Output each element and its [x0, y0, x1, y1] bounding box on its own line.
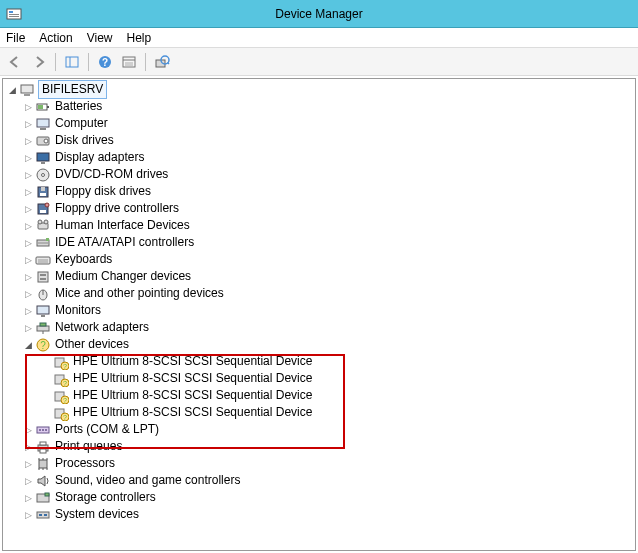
tree-category-label[interactable]: Processors — [54, 455, 115, 472]
expand-arrow-icon[interactable] — [21, 268, 35, 286]
expand-arrow-icon[interactable] — [21, 319, 35, 337]
tree-category[interactable]: IDE ATA/ATAPI controllers — [21, 234, 635, 251]
expand-arrow-icon[interactable] — [21, 506, 35, 524]
tree-device[interactable]: ?HPE Ultrium 8-SCSI SCSI Sequential Devi… — [39, 404, 635, 421]
tree-category-label[interactable]: System devices — [54, 506, 139, 523]
tree-category[interactable]: Display adapters — [21, 149, 635, 166]
collapse-arrow-icon[interactable] — [21, 336, 35, 354]
tree-category-label[interactable]: Floppy disk drives — [54, 183, 151, 200]
svg-rect-44 — [40, 274, 46, 276]
svg-text:?: ? — [63, 414, 67, 421]
device-tree[interactable]: BIFILESRV BatteriesComputerDisk drivesDi… — [2, 78, 636, 551]
expand-arrow-icon[interactable] — [21, 302, 35, 320]
show-hide-console-tree-button[interactable] — [61, 51, 83, 73]
forward-button[interactable] — [28, 51, 50, 73]
tree-category-label[interactable]: Network adapters — [54, 319, 149, 336]
svg-rect-51 — [40, 323, 46, 326]
tree-category-label[interactable]: Human Interface Devices — [54, 217, 190, 234]
expand-arrow-icon[interactable] — [21, 251, 35, 269]
tree-category[interactable]: Processors — [21, 455, 635, 472]
tree-device-label[interactable]: HPE Ultrium 8-SCSI SCSI Sequential Devic… — [72, 353, 312, 370]
battery-icon — [35, 99, 51, 115]
svg-point-35 — [38, 220, 42, 224]
tree-root[interactable]: BIFILESRV BatteriesComputerDisk drivesDi… — [3, 81, 635, 523]
tree-category[interactable]: Monitors — [21, 302, 635, 319]
expand-arrow-icon[interactable] — [21, 455, 35, 473]
menu-file[interactable]: File — [6, 31, 25, 45]
tree-device[interactable]: ?HPE Ultrium 8-SCSI SCSI Sequential Devi… — [39, 387, 635, 404]
tree-category[interactable]: Computer — [21, 115, 635, 132]
tree-device-label[interactable]: HPE Ultrium 8-SCSI SCSI Sequential Devic… — [72, 370, 312, 387]
unknown-icon: ? — [53, 371, 69, 387]
tree-category[interactable]: Human Interface Devices — [21, 217, 635, 234]
menu-help[interactable]: Help — [127, 31, 152, 45]
menu-view[interactable]: View — [87, 31, 113, 45]
tree-category[interactable]: Medium Changer devices — [21, 268, 635, 285]
tree-category[interactable]: Mice and other pointing devices — [21, 285, 635, 302]
expand-arrow-icon[interactable] — [21, 132, 35, 150]
medium-icon — [35, 269, 51, 285]
tree-device[interactable]: ?HPE Ultrium 8-SCSI SCSI Sequential Devi… — [39, 370, 635, 387]
tree-category[interactable]: DVD/CD-ROM drives — [21, 166, 635, 183]
tree-device[interactable]: ?HPE Ultrium 8-SCSI SCSI Sequential Devi… — [39, 353, 635, 370]
tree-category-label[interactable]: Print queues — [54, 438, 122, 455]
tree-root-label[interactable]: BIFILESRV — [38, 80, 107, 99]
toolbar-separator — [88, 53, 89, 71]
tree-device-label[interactable]: HPE Ultrium 8-SCSI SCSI Sequential Devic… — [72, 404, 312, 421]
expand-arrow-icon[interactable] — [21, 98, 35, 116]
expand-arrow-icon[interactable] — [21, 115, 35, 133]
expand-arrow-icon[interactable] — [21, 234, 35, 252]
tree-category-label[interactable]: IDE ATA/ATAPI controllers — [54, 234, 194, 251]
svg-rect-29 — [41, 187, 45, 191]
tree-category-label[interactable]: Ports (COM & LPT) — [54, 421, 159, 438]
tree-category[interactable]: Sound, video and game controllers — [21, 472, 635, 489]
properties-button[interactable] — [118, 51, 140, 73]
tree-category-label[interactable]: Sound, video and game controllers — [54, 472, 240, 489]
expand-arrow-icon[interactable] — [21, 166, 35, 184]
menu-action[interactable]: Action — [39, 31, 72, 45]
tree-category[interactable]: Storage controllers — [21, 489, 635, 506]
tree-category[interactable]: Network adapters — [21, 319, 635, 336]
tree-category[interactable]: Print queues — [21, 438, 635, 455]
tree-category-label[interactable]: Storage controllers — [54, 489, 156, 506]
svg-rect-3 — [9, 16, 19, 17]
scan-hardware-button[interactable] — [151, 51, 173, 73]
expand-arrow-icon[interactable] — [21, 421, 35, 439]
tree-category[interactable]: Keyboards — [21, 251, 635, 268]
expand-arrow-icon[interactable] — [21, 183, 35, 201]
tree-category-label[interactable]: DVD/CD-ROM drives — [54, 166, 168, 183]
ide-icon — [35, 235, 51, 251]
tree-category-label[interactable]: Computer — [54, 115, 108, 132]
tree-category[interactable]: Disk drives — [21, 132, 635, 149]
tree-category[interactable]: Batteries — [21, 98, 635, 115]
tree-category-label[interactable]: Disk drives — [54, 132, 114, 149]
tree-device-label[interactable]: HPE Ultrium 8-SCSI SCSI Sequential Devic… — [72, 387, 312, 404]
tree-category[interactable]: System devices — [21, 506, 635, 523]
svg-text:?: ? — [63, 397, 67, 404]
tree-category[interactable]: Floppy disk drives — [21, 183, 635, 200]
tree-category-label[interactable]: Display adapters — [54, 149, 144, 166]
expand-arrow-icon[interactable] — [21, 285, 35, 303]
tree-category[interactable]: Ports (COM & LPT) — [21, 421, 635, 438]
tree-category[interactable]: Floppy drive controllers — [21, 200, 635, 217]
expand-arrow-icon[interactable] — [5, 81, 19, 99]
tree-category-label[interactable]: Mice and other pointing devices — [54, 285, 224, 302]
back-button[interactable] — [4, 51, 26, 73]
window-titlebar: Device Manager — [0, 0, 638, 28]
expand-arrow-icon[interactable] — [21, 489, 35, 507]
expand-arrow-icon[interactable] — [21, 472, 35, 490]
tree-category-label[interactable]: Monitors — [54, 302, 101, 319]
expand-arrow-icon[interactable] — [21, 149, 35, 167]
expand-arrow-icon[interactable] — [21, 200, 35, 218]
help-button[interactable]: ? — [94, 51, 116, 73]
tree-category[interactable]: ?Other devices?HPE Ultrium 8-SCSI SCSI S… — [21, 336, 635, 421]
tree-category-label[interactable]: Batteries — [54, 98, 102, 115]
expand-arrow-icon[interactable] — [21, 438, 35, 456]
tree-category-label[interactable]: Medium Changer devices — [54, 268, 191, 285]
expand-arrow-icon[interactable] — [21, 217, 35, 235]
other-icon: ? — [35, 337, 51, 353]
tree-category-label[interactable]: Keyboards — [54, 251, 112, 268]
tree-category-label[interactable]: Other devices — [54, 336, 129, 353]
tree-category-label[interactable]: Floppy drive controllers — [54, 200, 179, 217]
hid-icon — [35, 218, 51, 234]
